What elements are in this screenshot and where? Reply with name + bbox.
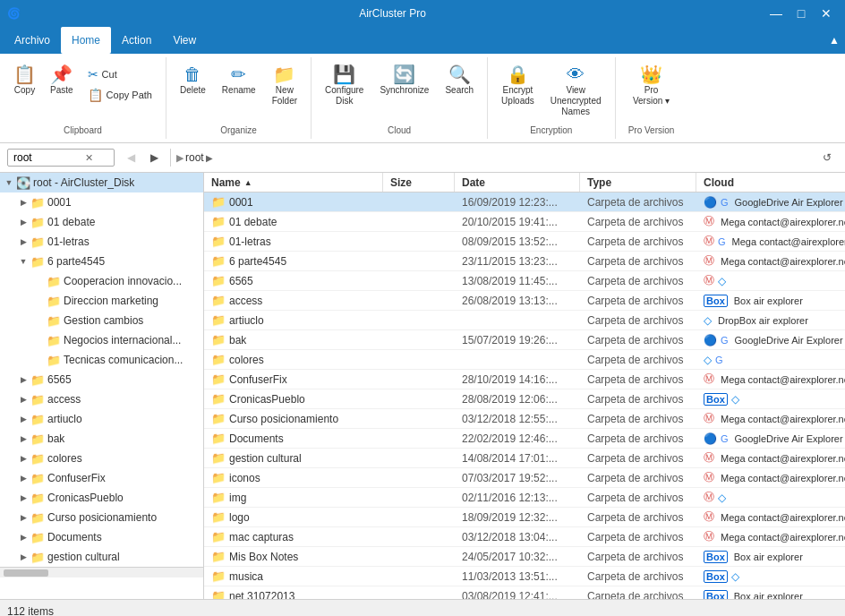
pro-version-button[interactable]: 👑 ProVersion ▾ — [627, 61, 676, 111]
table-row[interactable]: 📁 Documents 22/02/2019 12:46:... Carpeta… — [204, 429, 845, 449]
cut-button[interactable]: ✂ Cut — [81, 64, 158, 84]
sidebar-item[interactable]: ▶ 📁 Curso posicionamiento — [0, 508, 203, 527]
file-size-cell — [383, 232, 455, 251]
clear-search-button[interactable]: ✕ — [85, 152, 93, 164]
sidebar-item[interactable]: 📁 Negocios internacional... — [0, 330, 203, 350]
sidebar-root-label: root - AirCluster_Disk — [33, 176, 134, 189]
sidebar-item[interactable]: 📁 Gestion cambios — [0, 311, 203, 330]
file-name-cell: 📁 6565 — [204, 271, 383, 290]
table-row[interactable]: 📁 colores Carpeta de archivos ◇G — [204, 350, 845, 370]
minimize-button[interactable]: — — [764, 4, 788, 23]
table-row[interactable]: 📁 iconos 07/03/2017 19:52:... Carpeta de… — [204, 468, 845, 488]
tree-item-label: 01-letras — [47, 235, 90, 248]
back-button[interactable]: ◀ — [120, 147, 141, 168]
close-button[interactable]: ✕ — [815, 4, 838, 23]
file-cloud-cell: ⓂMega contact@airexplorer.net — [696, 449, 845, 467]
menu-view[interactable]: View — [162, 27, 207, 54]
sidebar-root[interactable]: ▼ 💽 root - AirCluster_Disk — [0, 173, 203, 192]
tree-item-label: Direccion marketing — [64, 295, 158, 307]
table-row[interactable]: 📁 Mis Box Notes 24/05/2017 10:32:... Car… — [204, 547, 845, 567]
table-row[interactable]: 📁 logo 18/09/2019 12:32:... Carpeta de a… — [204, 508, 845, 527]
delete-button[interactable]: 🗑 Delete — [174, 61, 212, 100]
sidebar-item[interactable]: ▶ 📁 0001 — [0, 192, 203, 212]
synchronize-button[interactable]: 🔄 Synchronize — [373, 61, 435, 100]
maximize-button[interactable]: □ — [790, 4, 813, 23]
configure-disk-button[interactable]: 💾 ConfigureDisk — [319, 61, 370, 111]
col-header-size[interactable]: Size — [383, 173, 455, 192]
file-list-header: Name ▲ Size Date Type Cloud — [204, 173, 845, 192]
table-row[interactable]: 📁 6565 13/08/2019 11:45:... Carpeta de a… — [204, 271, 845, 291]
breadcrumb-root[interactable]: root — [185, 151, 204, 164]
file-type-cell: Carpeta de archivos — [580, 311, 696, 329]
table-row[interactable]: 📁 Curso posicionamiento 03/12/2018 12:55… — [204, 409, 845, 429]
search-input[interactable] — [13, 151, 85, 164]
col-header-date[interactable]: Date — [455, 173, 580, 192]
sidebar-item[interactable]: ▶ 📁 gestion cultural — [0, 547, 203, 567]
file-type-cell: Carpeta de archivos — [580, 488, 696, 507]
col-header-cloud[interactable]: Cloud — [696, 173, 845, 192]
table-row[interactable]: 📁 01 debate 20/10/2015 19:41:... Carpeta… — [204, 212, 845, 232]
sidebar-item[interactable]: ▶ 📁 colores — [0, 449, 203, 468]
sidebar-item[interactable]: ▶ 📁 ConfuserFix — [0, 468, 203, 488]
table-row[interactable]: 📁 ConfuserFix 28/10/2019 14:16:... Carpe… — [204, 370, 845, 389]
table-row[interactable]: 📁 mac capturas 03/12/2018 13:04:... Carp… — [204, 527, 845, 547]
search-box[interactable]: ✕ — [7, 149, 115, 167]
folder-icon: 📁 — [47, 295, 61, 308]
folder-icon: 📁 — [211, 569, 226, 583]
rename-button[interactable]: ✏ Rename — [216, 61, 262, 100]
expand-icon: ▶ — [16, 454, 30, 463]
refresh-button[interactable]: ↺ — [816, 147, 838, 168]
table-row[interactable]: 📁 gestion cultural 14/08/2014 17:01:... … — [204, 449, 845, 468]
new-folder-button[interactable]: 📁 NewFolder — [266, 61, 303, 111]
sidebar-h-scrollbar[interactable] — [0, 567, 203, 578]
table-row[interactable]: 📁 net 31072013 03/08/2019 12:41:... Carp… — [204, 586, 845, 599]
table-row[interactable]: 📁 6 parte4545 23/11/2015 13:23:... Carpe… — [204, 252, 845, 271]
table-row[interactable]: 📁 artiuclo Carpeta de archivos ◇DropBox … — [204, 311, 845, 330]
col-header-name[interactable]: Name ▲ — [204, 173, 383, 192]
table-row[interactable]: 📁 musica 11/03/2013 13:51:... Carpeta de… — [204, 567, 845, 586]
menu-home[interactable]: Home — [61, 27, 111, 54]
sidebar-item[interactable]: ▶ 📁 Documents — [0, 527, 203, 547]
tree-item-label: 0001 — [47, 196, 72, 209]
file-name-cell: 📁 iconos — [204, 468, 383, 487]
sidebar-item[interactable]: 📁 Tecnicas comunicacion... — [0, 350, 203, 370]
ribbon: 📋 Copy 📌 Paste ✂ Cut 📋 Copy Pat — [0, 54, 845, 143]
view-unencrypted-button[interactable]: 👁 ViewUnencryptedNames — [544, 61, 608, 122]
tree-item-label: Negocios internacional... — [64, 334, 181, 346]
pro-group-label: Pro Version — [628, 122, 675, 135]
sidebar-item[interactable]: ▶ 📁 01-letras — [0, 232, 203, 252]
table-row[interactable]: 📁 0001 16/09/2019 12:23:... Carpeta de a… — [204, 192, 845, 212]
table-row[interactable]: 📁 bak 15/07/2019 19:26:... Carpeta de ar… — [204, 330, 845, 350]
app-title: AirCluster Pro — [21, 7, 764, 20]
table-row[interactable]: 📁 access 26/08/2019 13:13:... Carpeta de… — [204, 291, 845, 311]
sidebar-item[interactable]: 📁 Direccion marketing — [0, 291, 203, 311]
paste-button[interactable]: 📌 Paste — [44, 61, 80, 100]
search-button[interactable]: 🔍 Search — [439, 61, 480, 100]
copy-button[interactable]: 📋 Copy — [7, 61, 42, 100]
file-date-cell: 14/08/2014 17:01:... — [455, 449, 580, 467]
copy-path-button[interactable]: 📋 Copy Path — [81, 85, 158, 105]
menu-archivo[interactable]: Archivo — [4, 27, 61, 54]
ribbon-collapse-button[interactable]: ▲ — [827, 27, 841, 54]
expand-icon: ▶ — [16, 198, 30, 207]
menu-action[interactable]: Action — [111, 27, 162, 54]
sidebar-item[interactable]: ▶ 📁 bak — [0, 429, 203, 449]
file-type-cell: Carpeta de archivos — [580, 468, 696, 487]
encrypt-uploads-button[interactable]: 🔒 EncryptUploads — [495, 61, 541, 111]
table-row[interactable]: 📁 img 02/11/2016 12:13:... Carpeta de ar… — [204, 488, 845, 508]
sidebar-item[interactable]: 📁 Cooperacion innovacio... — [0, 271, 203, 291]
col-header-type[interactable]: Type — [580, 173, 696, 192]
sidebar-item[interactable]: ▶ 📁 01 debate — [0, 212, 203, 232]
menu-bar: Archivo Home Action View ▲ — [0, 27, 845, 54]
folder-icon: 📁 — [211, 313, 226, 327]
sidebar-item[interactable]: ▼ 📁 6 parte4545 — [0, 252, 203, 271]
file-size-cell — [383, 429, 455, 448]
forward-button[interactable]: ▶ — [143, 147, 165, 168]
table-row[interactable]: 📁 CronicasPueblo 28/08/2019 12:06:... Ca… — [204, 389, 845, 409]
sidebar-item[interactable]: ▶ 📁 6565 — [0, 370, 203, 389]
sidebar-item[interactable]: ▶ 📁 artiuclo — [0, 409, 203, 429]
sidebar-item[interactable]: ▶ 📁 access — [0, 389, 203, 409]
sidebar-item[interactable]: ▶ 📁 CronicasPueblo — [0, 488, 203, 508]
file-cloud-cell: Box◇ — [696, 389, 845, 408]
table-row[interactable]: 📁 01-letras 08/09/2015 13:52:... Carpeta… — [204, 232, 845, 252]
